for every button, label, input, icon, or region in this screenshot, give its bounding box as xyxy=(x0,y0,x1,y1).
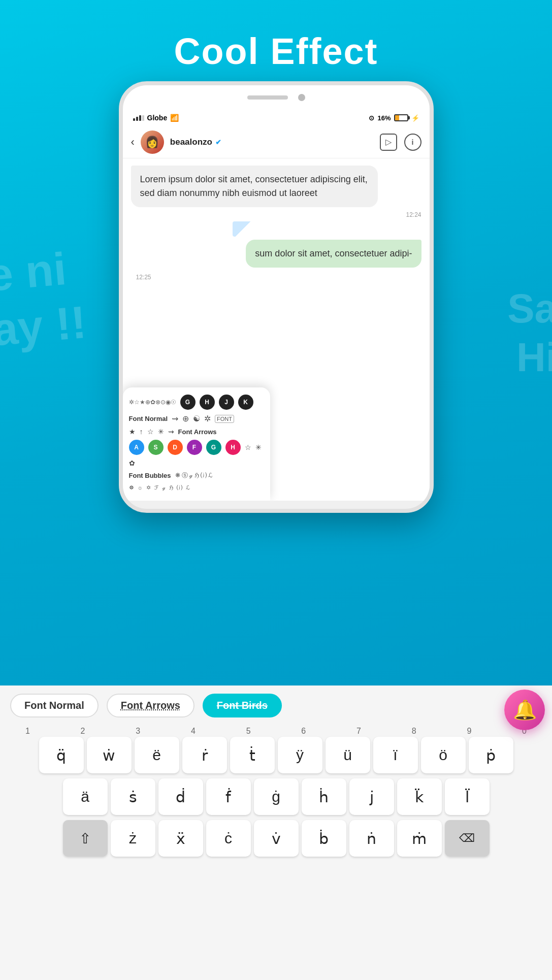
delete-key[interactable]: ⌫ xyxy=(445,820,490,857)
bubble-g[interactable]: G xyxy=(206,440,221,455)
delete-icon: ⌫ xyxy=(459,832,475,845)
font-bubbles-row: A S D F G H ☆ ✳ ✿ xyxy=(129,440,264,467)
font-normal-icon-4: ✲ xyxy=(204,414,211,423)
key-c-label: ċ xyxy=(224,830,232,847)
chat-messages: Lorem ipsum dolor sit amet, consectetuer… xyxy=(123,158,430,501)
signal-bar-1 xyxy=(133,118,135,121)
tab-font-arrows[interactable]: Font Arrows xyxy=(107,694,194,717)
font-normal-row: Font Normal ⇝ ⊕ ☯ ✲ FONT xyxy=(129,414,264,423)
font-arrows-label: Font Arrows xyxy=(178,428,217,436)
key-w[interactable]: ẇ xyxy=(87,737,132,773)
key-h-label: ḣ xyxy=(319,788,329,806)
key-n[interactable]: ṅ xyxy=(349,820,394,857)
key-i[interactable]: ï xyxy=(373,737,418,773)
font-text-badge: FONT xyxy=(215,415,234,423)
flower-symbol: ✿ xyxy=(129,459,135,467)
key-q[interactable]: q̈ xyxy=(39,737,84,773)
screen-record-icon: ⊙ xyxy=(369,114,374,122)
font-normal-icon-2: ⊕ xyxy=(182,414,189,423)
status-left: Globe 📶 xyxy=(133,114,179,122)
key-p[interactable]: ṗ xyxy=(469,737,513,773)
key-n-label: ṅ xyxy=(367,830,376,847)
key-e[interactable]: ë xyxy=(135,737,179,773)
star-symbol-2: ☆ xyxy=(245,443,251,451)
font-tabs: Font Normal Font Arrows Font Birds 🔔 xyxy=(0,685,552,724)
key-v[interactable]: v̇ xyxy=(254,820,299,857)
font-normal-icon-1: ⇝ xyxy=(172,414,178,423)
bubble-d[interactable]: D xyxy=(168,440,183,455)
key-m-label: ṁ xyxy=(412,830,427,847)
key-t[interactable]: ṫ xyxy=(230,737,275,773)
key-o-label: ö xyxy=(439,746,447,764)
signal-bars xyxy=(133,115,144,121)
shift-icon: ⇧ xyxy=(79,830,91,847)
key-g-label: ġ xyxy=(272,788,280,805)
num-1[interactable]: 1 xyxy=(5,727,50,736)
font-icon-h[interactable]: H xyxy=(200,395,215,410)
font-icon-j[interactable]: J xyxy=(219,395,234,410)
key-y-label: ÿ xyxy=(296,746,304,764)
bubble-f[interactable]: F xyxy=(187,440,202,455)
tab-font-normal[interactable]: Font Normal xyxy=(10,694,99,717)
key-a[interactable]: ä xyxy=(63,778,108,815)
key-c[interactable]: ċ xyxy=(206,820,251,857)
key-f[interactable]: ḟ xyxy=(206,778,251,815)
message-sent-1: sum dolor sit amet, consectetuer adipi- xyxy=(246,240,421,268)
ornate-symbols: ❋ ⓢ ℊ ℌ ⒥ ℒ xyxy=(175,471,213,480)
key-l[interactable]: l̈ xyxy=(445,778,490,815)
font-arrows-row: ★ ↑ ☆ ✳ ⇝ Font Arrows xyxy=(129,428,264,436)
num-2[interactable]: 2 xyxy=(60,727,106,736)
wave-symbol: ⇝ xyxy=(168,428,174,436)
key-x[interactable]: ẍ xyxy=(158,820,203,857)
number-row: 1 2 3 4 5 6 7 8 9 0 xyxy=(0,724,552,737)
bubble-s[interactable]: S xyxy=(148,440,164,455)
status-right: ⊙ 16% ⚡ xyxy=(369,114,419,122)
key-x-label: ẍ xyxy=(176,830,185,847)
battery-fill xyxy=(395,115,399,120)
font-normal-label: Font Normal xyxy=(129,415,168,422)
key-j[interactable]: j̇ xyxy=(349,778,394,815)
bubble-h[interactable]: H xyxy=(225,440,241,455)
key-d[interactable]: ḋ xyxy=(158,778,203,815)
key-q-label: q̈ xyxy=(56,746,66,764)
num-4[interactable]: 4 xyxy=(170,727,216,736)
keyboard-section: Font Normal Font Arrows Font Birds 🔔 1 2… xyxy=(0,685,552,980)
key-z[interactable]: ż xyxy=(111,820,155,857)
font-icon-g[interactable]: G xyxy=(180,395,196,410)
num-6[interactable]: 6 xyxy=(281,727,327,736)
message-received-1: Lorem ipsum dolor sit amet, consectetuer… xyxy=(131,166,378,207)
key-g[interactable]: ġ xyxy=(254,778,299,815)
key-h[interactable]: ḣ xyxy=(302,778,346,815)
key-y[interactable]: ÿ xyxy=(278,737,322,773)
back-button[interactable]: ‹ xyxy=(131,136,135,149)
num-5[interactable]: 5 xyxy=(225,727,271,736)
phone-camera xyxy=(298,94,305,101)
key-f-label: ḟ xyxy=(225,788,231,806)
key-b-label: ḃ xyxy=(319,830,329,847)
shift-key[interactable]: ⇧ xyxy=(63,820,108,857)
num-9[interactable]: 9 xyxy=(446,727,492,736)
info-button[interactable]: i xyxy=(404,134,421,151)
num-8[interactable]: 8 xyxy=(391,727,437,736)
key-u[interactable]: ü xyxy=(326,737,370,773)
video-call-button[interactable]: ▷ xyxy=(380,134,397,151)
key-o[interactable]: ö xyxy=(421,737,466,773)
num-3[interactable]: 3 xyxy=(115,727,161,736)
font-icon-k[interactable]: K xyxy=(238,395,253,410)
key-k[interactable]: k̈ xyxy=(397,778,442,815)
info-icon: i xyxy=(412,138,414,146)
key-m[interactable]: ṁ xyxy=(397,820,442,857)
avatar: 👩 xyxy=(141,130,164,154)
chat-username: beaalonzo ✔ xyxy=(170,137,374,147)
font-bubbles-label: Font Bubbles xyxy=(129,472,171,479)
key-s[interactable]: ṡ xyxy=(111,778,155,815)
bubble-a[interactable]: A xyxy=(129,440,144,455)
phone-mockup: Globe 📶 ⊙ 16% ⚡ ‹ 👩 beaalonzo ✔ ▷ i xyxy=(119,81,434,513)
key-r[interactable]: ṙ xyxy=(182,737,227,773)
key-b[interactable]: ḃ xyxy=(302,820,346,857)
tab-font-birds[interactable]: Font Birds xyxy=(203,694,282,717)
notification-bell-button[interactable]: 🔔 xyxy=(504,690,545,730)
num-7[interactable]: 7 xyxy=(336,727,381,736)
phone-speaker xyxy=(247,95,288,100)
video-icon: ▷ xyxy=(385,137,392,147)
